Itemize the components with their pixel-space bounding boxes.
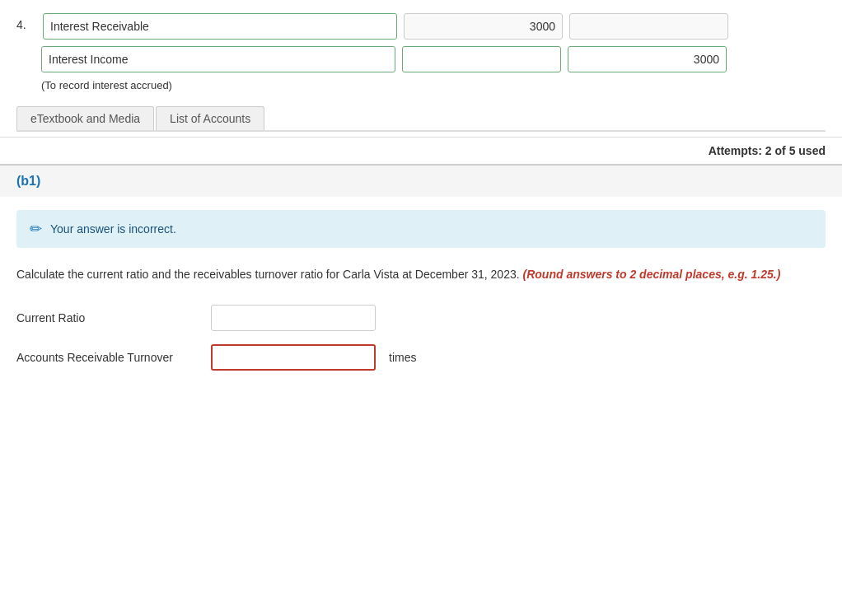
alert-box: ✏ Your answer is incorrect. [16, 210, 826, 248]
etextbook-button[interactable]: eTextbook and Media [16, 106, 154, 130]
interest-income-account-field[interactable] [41, 46, 395, 72]
instructions-text: Calculate the current ratio and the rece… [0, 258, 842, 296]
interest-income-debit-field[interactable] [402, 46, 561, 72]
instructions-main: Calculate the current ratio and the rece… [16, 268, 520, 281]
alert-text: Your answer is incorrect. [50, 222, 176, 236]
list-of-accounts-button[interactable]: List of Accounts [156, 106, 264, 130]
current-ratio-label: Current Ratio [16, 311, 198, 324]
current-ratio-input[interactable] [211, 305, 376, 331]
interest-income-credit-field[interactable] [568, 46, 727, 72]
section-b1-label: (b1) [16, 174, 40, 188]
attempts-label: Attempts: 2 of 5 used [0, 137, 842, 164]
entry-note: (To record interest accrued) [41, 79, 826, 91]
times-label: times [389, 351, 416, 364]
accounts-receivable-turnover-label: Accounts Receivable Turnover [16, 351, 198, 364]
accounts-receivable-turnover-input[interactable] [211, 344, 376, 371]
pencil-icon: ✏ [30, 220, 42, 238]
interest-receivable-account-field[interactable] [43, 13, 397, 40]
instructions-note: (Round answers to 2 decimal places, e.g.… [523, 268, 781, 281]
entry-number: 4. [16, 13, 36, 31]
interest-receivable-credit-field[interactable] [569, 13, 728, 40]
interest-receivable-debit-field[interactable] [404, 13, 563, 40]
